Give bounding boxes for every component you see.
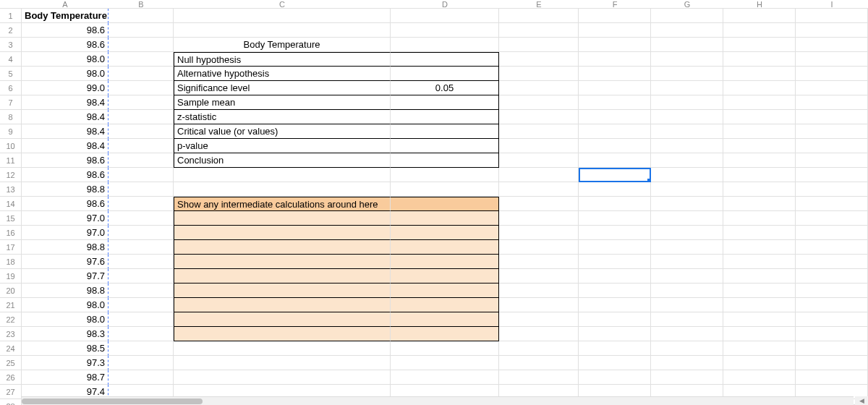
cell-B18[interactable] <box>109 255 174 269</box>
cell-C1[interactable] <box>174 9 391 23</box>
cell-E11[interactable] <box>499 153 579 168</box>
cell-C26[interactable] <box>174 370 391 385</box>
cell-E19[interactable] <box>499 269 579 284</box>
cell-D17[interactable] <box>391 240 499 255</box>
cell-E12[interactable] <box>499 168 579 182</box>
cell-I20[interactable] <box>796 284 868 298</box>
row-header-7[interactable]: 7 <box>0 95 22 110</box>
cell-C21[interactable] <box>174 298 391 312</box>
cell-C5[interactable]: Alternative hypothesis <box>174 67 391 81</box>
cell-F12[interactable] <box>579 168 651 182</box>
cell-H13[interactable] <box>723 182 796 197</box>
cell-E4[interactable] <box>499 52 579 67</box>
cell-I1[interactable] <box>796 9 868 23</box>
cell-A3[interactable]: 98.6 <box>22 38 109 52</box>
cell-G12[interactable] <box>651 168 723 182</box>
cell-C4[interactable]: Null hypothesis <box>174 52 391 67</box>
row-header-2[interactable]: 2 <box>0 23 22 38</box>
cell-D2[interactable] <box>391 23 499 38</box>
cell-E17[interactable] <box>499 240 579 255</box>
cell-I5[interactable] <box>796 67 868 81</box>
row-header-16[interactable]: 16 <box>0 226 22 240</box>
horizontal-scrollbar[interactable] <box>22 396 854 405</box>
cell-F7[interactable] <box>579 95 651 110</box>
cell-B14[interactable] <box>109 197 174 211</box>
cell-B21[interactable] <box>109 298 174 312</box>
cell-F9[interactable] <box>579 124 651 139</box>
cell-C14[interactable]: Show any intermediate calculations aroun… <box>174 197 391 211</box>
cell-G18[interactable] <box>651 255 723 269</box>
cell-F5[interactable] <box>579 67 651 81</box>
cell-D8[interactable] <box>391 110 499 124</box>
cell-D23[interactable] <box>391 327 499 341</box>
cell-E16[interactable] <box>499 226 579 240</box>
cell-E9[interactable] <box>499 124 579 139</box>
cell-A7[interactable]: 98.4 <box>22 95 109 110</box>
cell-E24[interactable] <box>499 341 579 356</box>
cell-F23[interactable] <box>579 327 651 341</box>
row-header-18[interactable]: 18 <box>0 255 22 269</box>
cell-B2[interactable] <box>109 23 174 38</box>
cell-C16[interactable] <box>174 226 391 240</box>
cell-I19[interactable] <box>796 269 868 284</box>
cell-C2[interactable] <box>174 23 391 38</box>
cell-A6[interactable]: 99.0 <box>22 81 109 95</box>
cell-D10[interactable] <box>391 139 499 153</box>
cell-E20[interactable] <box>499 284 579 298</box>
horizontal-scrollbar-thumb[interactable] <box>22 398 203 404</box>
cell-B9[interactable] <box>109 124 174 139</box>
cell-F13[interactable] <box>579 182 651 197</box>
cell-F1[interactable] <box>579 9 651 23</box>
cell-E3[interactable] <box>499 38 579 52</box>
cell-I10[interactable] <box>796 139 868 153</box>
cell-G8[interactable] <box>651 110 723 124</box>
cell-C6[interactable]: Significance level <box>174 81 391 95</box>
row-header-11[interactable]: 11 <box>0 153 22 168</box>
corner-cell[interactable] <box>0 0 22 9</box>
cell-H4[interactable] <box>723 52 796 67</box>
cell-I6[interactable] <box>796 81 868 95</box>
cell-E18[interactable] <box>499 255 579 269</box>
cell-G14[interactable] <box>651 197 723 211</box>
cell-A18[interactable]: 97.6 <box>22 255 109 269</box>
cell-G20[interactable] <box>651 284 723 298</box>
cell-B19[interactable] <box>109 269 174 284</box>
cell-F6[interactable] <box>579 81 651 95</box>
cell-I7[interactable] <box>796 95 868 110</box>
row-header-8[interactable]: 8 <box>0 110 22 124</box>
cell-G5[interactable] <box>651 67 723 81</box>
cell-B7[interactable] <box>109 95 174 110</box>
cell-A2[interactable]: 98.6 <box>22 23 109 38</box>
cell-F24[interactable] <box>579 341 651 356</box>
cell-E5[interactable] <box>499 67 579 81</box>
cell-H23[interactable] <box>723 327 796 341</box>
cell-F14[interactable] <box>579 197 651 211</box>
cell-G15[interactable] <box>651 211 723 226</box>
cell-H9[interactable] <box>723 124 796 139</box>
cell-B24[interactable] <box>109 341 174 356</box>
cell-D21[interactable] <box>391 298 499 312</box>
cell-D4[interactable] <box>391 52 499 67</box>
cell-D11[interactable] <box>391 153 499 168</box>
cell-B20[interactable] <box>109 284 174 298</box>
cell-E13[interactable] <box>499 182 579 197</box>
cell-B8[interactable] <box>109 110 174 124</box>
cell-I12[interactable] <box>796 168 868 182</box>
column-header-B[interactable]: B <box>109 0 174 9</box>
cell-E6[interactable] <box>499 81 579 95</box>
cell-F4[interactable] <box>579 52 651 67</box>
cell-F3[interactable] <box>579 38 651 52</box>
row-header-28[interactable]: 28 <box>0 399 22 405</box>
cell-H16[interactable] <box>723 226 796 240</box>
cell-F18[interactable] <box>579 255 651 269</box>
cell-B11[interactable] <box>109 153 174 168</box>
cell-A26[interactable]: 98.7 <box>22 370 109 385</box>
cell-G13[interactable] <box>651 182 723 197</box>
cell-C25[interactable] <box>174 356 391 370</box>
cell-G25[interactable] <box>651 356 723 370</box>
cell-E2[interactable] <box>499 23 579 38</box>
column-header-A[interactable]: A <box>22 0 109 9</box>
column-header-C[interactable]: C <box>174 0 391 9</box>
cell-H21[interactable] <box>723 298 796 312</box>
cell-H18[interactable] <box>723 255 796 269</box>
